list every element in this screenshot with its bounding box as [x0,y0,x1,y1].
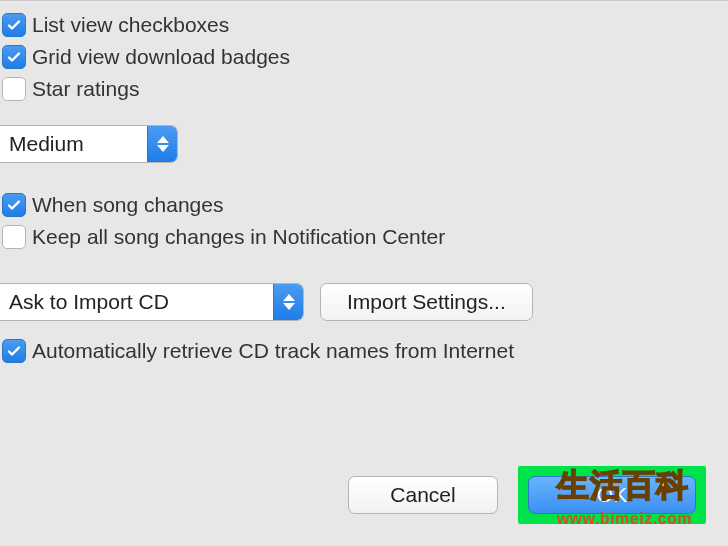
stepper-arrows-icon [147,126,177,162]
label-keep-notifications: Keep all song changes in Notification Ce… [32,225,445,249]
label-song-changes: When song changes [32,193,223,217]
checkbox-song-changes[interactable] [2,193,26,217]
import-settings-label: Import Settings... [347,290,506,314]
select-cd-action-value: Ask to Import CD [0,284,273,320]
checkbox-grid-view[interactable] [2,45,26,69]
check-icon [6,17,22,33]
ok-highlight-box: OK [518,466,706,524]
label-auto-retrieve: Automatically retrieve CD track names fr… [32,339,514,363]
ok-button[interactable]: OK [528,476,696,514]
label-grid-view: Grid view download badges [32,45,290,69]
select-size[interactable]: Medium [0,125,178,163]
check-icon [6,197,22,213]
cancel-button[interactable]: Cancel [348,476,498,514]
check-icon [6,49,22,65]
check-icon [6,343,22,359]
stepper-arrows-icon [273,284,303,320]
import-settings-button[interactable]: Import Settings... [320,283,533,321]
checkbox-auto-retrieve[interactable] [2,339,26,363]
select-size-value: Medium [0,126,147,162]
checkbox-star-ratings[interactable] [2,77,26,101]
label-list-view: List view checkboxes [32,13,229,37]
ok-label: OK [597,483,627,507]
label-star-ratings: Star ratings [32,77,139,101]
checkbox-list-view[interactable] [2,13,26,37]
select-cd-action[interactable]: Ask to Import CD [0,283,304,321]
cancel-label: Cancel [390,483,455,507]
checkbox-keep-notifications[interactable] [2,225,26,249]
